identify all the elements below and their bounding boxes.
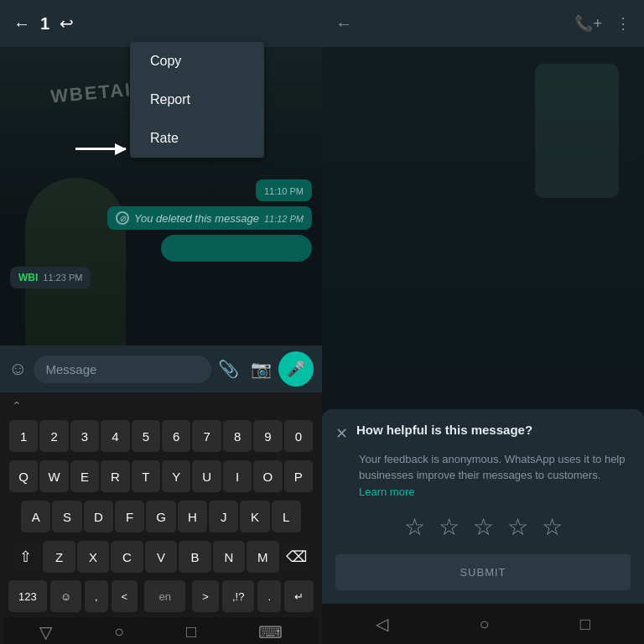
wbi-header: WBI 11:23 PM xyxy=(18,272,82,283)
context-menu-report[interactable]: Report xyxy=(130,80,264,119)
emoji-button[interactable]: ☺ xyxy=(8,358,27,380)
key-G[interactable]: G xyxy=(146,501,175,532)
key-123[interactable]: 123 xyxy=(8,580,47,612)
key-9[interactable]: 9 xyxy=(253,420,282,452)
key-E[interactable]: E xyxy=(70,460,99,492)
key-special-chars[interactable]: ,!? xyxy=(222,580,254,612)
nav-recent[interactable]: □ xyxy=(186,622,196,642)
key-5[interactable]: 5 xyxy=(132,420,160,452)
keyboard-row1: Q W E R T Y U I O P xyxy=(3,458,319,495)
star-3[interactable]: ☆ xyxy=(473,513,494,541)
message-input[interactable]: Message xyxy=(34,356,211,383)
learn-more-link[interactable]: Learn more xyxy=(359,486,414,498)
chat-header: ← 1 ↩ Copy Report Rate xyxy=(0,0,322,47)
key-I[interactable]: I xyxy=(223,460,252,492)
star-1[interactable]: ☆ xyxy=(404,513,425,541)
key-V[interactable]: V xyxy=(145,541,177,573)
key-D[interactable]: D xyxy=(84,501,113,532)
right-back-button[interactable]: ← xyxy=(335,14,352,34)
rating-header: ✕ How helpful is this message? xyxy=(335,423,631,443)
arrow-pointer xyxy=(75,148,126,150)
key-1[interactable]: 1 xyxy=(9,420,38,452)
key-L[interactable]: L xyxy=(272,501,301,532)
key-R[interactable]: R xyxy=(101,460,129,492)
deleted-text: You deleted this message xyxy=(134,212,259,225)
key-comma[interactable]: , xyxy=(85,580,108,612)
nav-home[interactable]: ○ xyxy=(114,622,124,642)
star-4[interactable]: ☆ xyxy=(507,513,528,541)
incoming-time: 11:23 PM xyxy=(43,273,82,283)
key-Q[interactable]: Q xyxy=(9,460,38,492)
left-panel: ← 1 ↩ Copy Report Rate WBETAINFO 11:10 P… xyxy=(0,0,322,644)
context-menu-rate[interactable]: Rate xyxy=(130,119,264,158)
key-T[interactable]: T xyxy=(132,460,160,492)
key-W[interactable]: W xyxy=(39,460,68,492)
keyboard-row2: A S D F G H J K L xyxy=(3,498,319,535)
camera-button[interactable]: 📷 xyxy=(251,359,272,379)
message-reply-arrow: ↩ xyxy=(60,13,74,34)
key-H[interactable]: H xyxy=(178,501,207,532)
key-K[interactable]: K xyxy=(240,501,269,532)
key-U[interactable]: U xyxy=(192,460,221,492)
key-backspace[interactable]: ⌫ xyxy=(281,541,313,573)
right-chat-area: Today ✕ How helpful is this message? You… xyxy=(322,47,644,604)
nav-keyboard[interactable]: ⌨ xyxy=(258,622,283,642)
rating-stars: ☆ ☆ ☆ ☆ ☆ xyxy=(335,513,631,541)
key-J[interactable]: J xyxy=(209,501,238,532)
key-emoji[interactable]: ☺ xyxy=(50,580,81,612)
keyboard: ⌃ 1 2 3 4 5 6 7 8 9 0 Q W E R T Y U I O … xyxy=(0,392,322,644)
right-navigation: ◁ ○ □ xyxy=(322,604,644,644)
key-P[interactable]: P xyxy=(284,460,313,492)
key-M[interactable]: M xyxy=(247,541,278,573)
key-4[interactable]: 4 xyxy=(101,420,129,452)
key-0[interactable]: 0 xyxy=(284,420,313,452)
key-X[interactable]: X xyxy=(77,541,109,573)
key-O[interactable]: O xyxy=(253,460,282,492)
attach-button[interactable]: 📎 xyxy=(218,359,239,379)
rating-close-button[interactable]: ✕ xyxy=(335,424,348,443)
key-7[interactable]: 7 xyxy=(192,420,221,452)
key-space[interactable]: en xyxy=(144,580,185,612)
phone-icon[interactable]: 📞+ xyxy=(574,14,602,33)
key-B[interactable]: B xyxy=(179,541,210,573)
nav-recent-button[interactable]: □ xyxy=(580,615,590,634)
right-panel: ← 📞+ ⋮ Today ✕ How helpful is this messa… xyxy=(322,0,644,644)
key-C[interactable]: C xyxy=(111,541,143,573)
star-5[interactable]: ☆ xyxy=(542,513,563,541)
key-3[interactable]: 3 xyxy=(70,420,99,452)
key-S[interactable]: S xyxy=(52,501,81,532)
rating-description: Your feedback is anonymous. WhatsApp use… xyxy=(335,451,631,501)
star-2[interactable]: ☆ xyxy=(439,513,460,541)
back-button[interactable]: ← xyxy=(13,14,30,34)
sender-label: WBI xyxy=(18,272,38,283)
nav-back[interactable]: ▽ xyxy=(39,622,52,642)
key-shift[interactable]: ⇧ xyxy=(9,541,41,573)
key-Z[interactable]: Z xyxy=(43,541,75,573)
more-icon[interactable]: ⋮ xyxy=(615,14,631,33)
key-N[interactable]: N xyxy=(213,541,245,573)
deleted-time: 11:12 PM xyxy=(264,214,304,224)
key-enter[interactable]: ↵ xyxy=(284,580,314,612)
key-F[interactable]: F xyxy=(115,501,144,532)
messages-list: 11:10 PM ⊘ You deleted this message 11:1… xyxy=(0,173,322,295)
context-menu: Copy Report Rate xyxy=(130,42,264,158)
key-6[interactable]: 6 xyxy=(162,420,190,452)
mic-button[interactable]: 🎤 xyxy=(278,351,314,387)
keyboard-nav: ▽ ○ □ ⌨ xyxy=(3,617,319,644)
suggest-icon: ⌃ xyxy=(12,399,22,413)
nav-home-button[interactable]: ○ xyxy=(479,615,489,634)
keyboard-bottom-row: 123 ☺ , < en > ,!? . ↵ xyxy=(3,579,319,614)
key-Y[interactable]: Y xyxy=(162,460,190,492)
key-8[interactable]: 8 xyxy=(223,420,252,452)
context-menu-copy[interactable]: Copy xyxy=(130,42,264,80)
key-A[interactable]: A xyxy=(21,501,50,532)
keyboard-row3: ⇧ Z X C V B N M ⌫ xyxy=(3,538,319,575)
submit-button[interactable]: SUBMIT xyxy=(335,554,631,590)
key-lt[interactable]: < xyxy=(112,580,138,612)
rating-title: How helpful is this message? xyxy=(356,423,631,437)
key-gt[interactable]: > xyxy=(192,580,219,612)
key-period[interactable]: . xyxy=(257,580,281,612)
message-long-green xyxy=(161,235,312,262)
nav-back-button[interactable]: ◁ xyxy=(376,614,388,634)
key-2[interactable]: 2 xyxy=(39,420,68,452)
